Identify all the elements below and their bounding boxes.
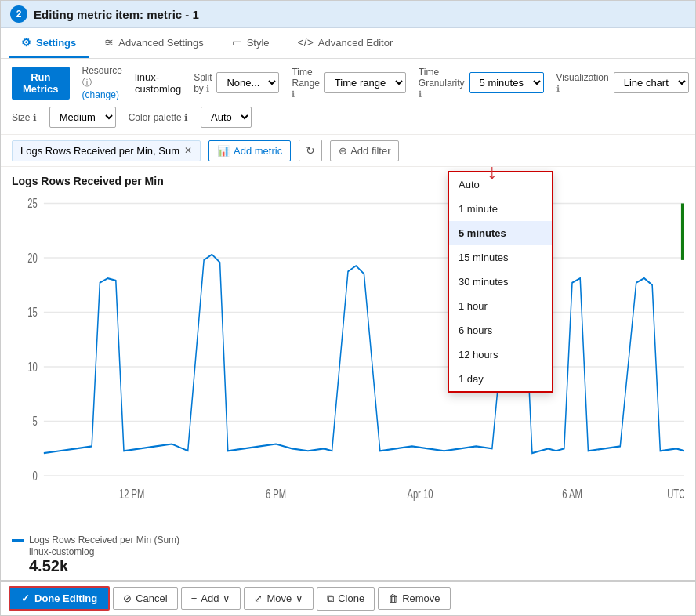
legend-value: 4.52k <box>29 557 68 575</box>
move-icon: ⤢ <box>254 592 263 604</box>
option-auto[interactable]: Auto <box>449 172 552 197</box>
svg-text:0: 0 <box>32 469 38 483</box>
refresh-button[interactable]: ↻ <box>299 140 322 161</box>
svg-text:6 PM: 6 PM <box>266 487 286 501</box>
time-granularity-label: Time Granularity ℹ <box>419 67 465 100</box>
header-bar: 2 Editing metric item: metric - 1 <box>1 1 695 28</box>
tab-advanced-editor-label: Advanced Editor <box>318 37 393 49</box>
tab-advanced-settings-label: Advanced Settings <box>118 37 203 49</box>
option-15min[interactable]: 15 minutes <box>449 245 552 270</box>
time-range-select[interactable]: Time range <box>324 72 406 93</box>
tab-bar: ⚙ Settings ≋ Advanced Settings ▭ Style <… <box>1 28 695 59</box>
remove-button[interactable]: 🗑 Remove <box>378 587 450 610</box>
color-palette-select[interactable]: Auto <box>201 107 252 128</box>
visualization-label: Visualization ℹ <box>556 72 609 94</box>
move-chevron-icon: ∨ <box>295 592 303 604</box>
size-label: Size ℹ <box>12 112 37 123</box>
resource-label: Resource ⓘ (change) <box>82 65 122 100</box>
run-metrics-button[interactable]: Run Metrics <box>12 67 70 100</box>
time-granularity-dropdown[interactable]: Auto 1 minute 5 minutes 15 minutes 30 mi… <box>448 171 553 393</box>
add-metric-icon: 📊 <box>217 145 230 157</box>
svg-text:15: 15 <box>27 306 38 319</box>
active-metric-tab[interactable]: Logs Rows Received per Min, Sum ✕ <box>12 140 201 161</box>
toolbar-row-2: Size ℹ Medium Color palette ℹ Auto <box>12 107 684 128</box>
option-30min[interactable]: 30 minutes <box>449 270 552 294</box>
chart-area: Logs Rows Received per Min 25 20 15 10 5… <box>1 167 695 531</box>
svg-text:Apr 10: Apr 10 <box>407 487 433 501</box>
change-link[interactable]: (change) <box>82 89 119 100</box>
option-1day[interactable]: 1 day <box>449 367 552 391</box>
svg-text:6 AM: 6 AM <box>562 487 582 501</box>
header-badge: 2 <box>10 5 27 23</box>
time-range-group: Time Range ℹ Time range <box>292 67 405 100</box>
checkmark-icon: ✓ <box>21 592 30 604</box>
svg-rect-17 <box>681 203 684 259</box>
header-title: Editing metric item: metric - 1 <box>34 8 199 21</box>
chart-title: Logs Rows Received per Min <box>12 175 684 187</box>
color-palette-label: Color palette ℹ <box>129 112 188 123</box>
split-by-group: Split by ℹ None... <box>194 72 279 94</box>
add-metric-button[interactable]: 📊 Add metric <box>208 140 291 161</box>
option-1min[interactable]: 1 minute <box>449 197 552 221</box>
legend-color-swatch <box>12 539 24 542</box>
metric-tab-label: Logs Rows Received per Min, Sum <box>20 145 179 157</box>
svg-text:25: 25 <box>27 197 38 210</box>
svg-text:20: 20 <box>27 252 38 265</box>
add-filter-button[interactable]: ⊕ Add filter <box>330 140 399 161</box>
time-granularity-select[interactable]: 5 minutes <box>469 72 544 93</box>
clone-icon: ⧉ <box>327 592 334 605</box>
resource-value: linux-customlog <box>135 71 181 95</box>
legend-line1: Logs Rows Received per Min (Sum) <box>12 534 684 545</box>
size-select[interactable]: Medium <box>49 107 116 128</box>
tab-settings[interactable]: ⚙ Settings <box>9 28 89 58</box>
tab-advanced-settings[interactable]: ≋ Advanced Settings <box>92 28 216 58</box>
metric-tabs-row: Logs Rows Received per Min, Sum ✕ 📊 Add … <box>1 135 695 167</box>
legend-sublabel: linux-customlog <box>29 546 94 557</box>
svg-text:5: 5 <box>32 415 38 428</box>
option-6hr[interactable]: 6 hours <box>449 318 552 342</box>
tab-style[interactable]: ▭ Style <box>219 28 282 58</box>
visualization-group: Visualization ℹ Line chart <box>556 72 689 94</box>
svg-text:12 PM: 12 PM <box>119 487 144 501</box>
legend-item: Logs Rows Received per Min (Sum) linux-c… <box>12 534 684 575</box>
tab-settings-label: Settings <box>36 37 76 49</box>
filter-icon: ⊕ <box>339 145 347 157</box>
done-editing-button[interactable]: ✓ Done Editing <box>9 586 110 611</box>
advanced-editor-icon: </> <box>298 36 314 49</box>
option-5min[interactable]: 5 minutes <box>449 221 552 245</box>
settings-icon: ⚙ <box>21 36 31 49</box>
split-by-label: Split by ℹ <box>194 72 212 94</box>
metric-tab-close-icon[interactable]: ✕ <box>184 145 192 156</box>
visualization-select[interactable]: Line chart <box>614 72 689 93</box>
option-1hr[interactable]: 1 hour <box>449 294 552 318</box>
add-icon: + <box>191 592 198 604</box>
chart-svg: 25 20 15 10 5 0 12 PM 6 PM Apr 10 6 AM U… <box>12 192 684 521</box>
clone-button[interactable]: ⧉ Clone <box>317 587 375 611</box>
tab-style-label: Style <box>247 37 270 49</box>
svg-text:10: 10 <box>27 361 38 374</box>
refresh-icon: ↻ <box>306 144 315 157</box>
split-by-select[interactable]: None... <box>216 72 279 93</box>
add-chevron-icon: ∨ <box>223 592 230 604</box>
remove-icon: 🗑 <box>388 592 398 604</box>
time-granularity-group: Time Granularity ℹ 5 minutes <box>419 67 544 100</box>
toolbar: Run Metrics Resource ⓘ (change) linux-cu… <box>1 59 695 135</box>
option-12hr[interactable]: 12 hours <box>449 342 552 367</box>
tab-advanced-editor[interactable]: </> Advanced Editor <box>285 28 406 58</box>
svg-text:UTC: UTC <box>667 487 684 501</box>
cancel-icon: ⊘ <box>123 592 132 604</box>
advanced-settings-icon: ≋ <box>104 36 114 49</box>
bottom-toolbar: ✓ Done Editing ⊘ Cancel + Add ∨ ⤢ Move ∨… <box>1 580 695 615</box>
time-range-label: Time Range ℹ <box>292 67 319 100</box>
add-button[interactable]: + Add ∨ <box>181 587 241 610</box>
style-icon: ▭ <box>232 36 242 49</box>
legend-label: Logs Rows Received per Min (Sum) <box>29 534 179 545</box>
toolbar-row-1: Run Metrics Resource ⓘ (change) linux-cu… <box>12 65 684 100</box>
move-button[interactable]: ⤢ Move ∨ <box>244 587 314 610</box>
cancel-button[interactable]: ⊘ Cancel <box>113 587 177 610</box>
legend: Logs Rows Received per Min (Sum) linux-c… <box>1 531 695 580</box>
main-container: 2 Editing metric item: metric - 1 ⚙ Sett… <box>0 0 696 616</box>
